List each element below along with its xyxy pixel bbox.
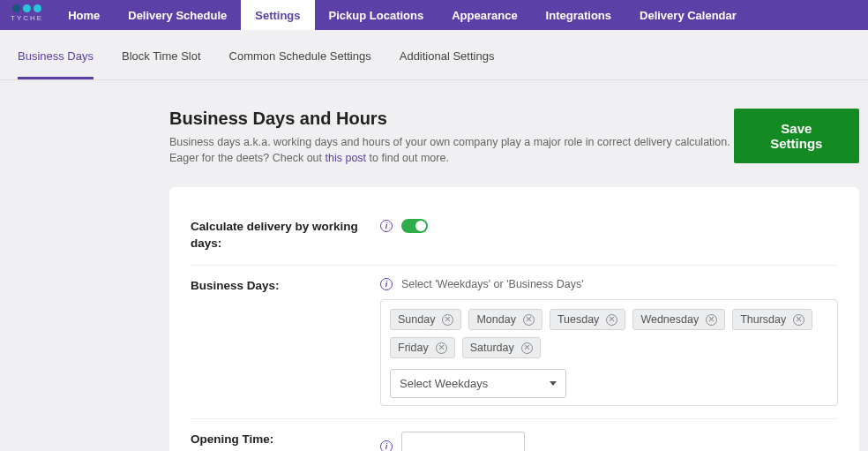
remove-icon[interactable] xyxy=(606,314,617,326)
day-chips: Sunday Monday Tuesday Wednesday Thursday… xyxy=(390,309,828,358)
nav-delivery-calendar[interactable]: Delivery Calendar xyxy=(625,0,751,30)
nav-integrations[interactable]: Integrations xyxy=(532,0,625,30)
day-chip-wednesday[interactable]: Wednesday xyxy=(632,309,725,330)
settings-subtabs: Business Days Block Time Slot Common Sch… xyxy=(0,30,868,80)
subtab-common-schedule[interactable]: Common Schedule Settings xyxy=(229,49,371,79)
business-days-box: Sunday Monday Tuesday Wednesday Thursday… xyxy=(380,299,838,406)
save-settings-button[interactable]: Save Settings xyxy=(734,109,859,163)
business-days-helper: Select 'Weekdays' or 'Business Days' xyxy=(401,278,584,290)
day-chip-sunday[interactable]: Sunday xyxy=(390,309,461,330)
nav-settings[interactable]: Settings xyxy=(241,0,314,30)
remove-icon[interactable] xyxy=(436,342,447,354)
field-opening-time: Opening Time: xyxy=(191,419,838,451)
subtab-block-time-slot[interactable]: Block Time Slot xyxy=(122,49,201,79)
info-icon[interactable] xyxy=(380,220,393,232)
subtab-additional-settings[interactable]: Additional Settings xyxy=(400,49,495,79)
remove-icon[interactable] xyxy=(706,314,717,326)
info-icon[interactable] xyxy=(380,440,393,451)
nav-home[interactable]: Home xyxy=(54,0,114,30)
day-chip-saturday[interactable]: Saturday xyxy=(462,337,541,358)
day-chip-friday[interactable]: Friday xyxy=(390,337,455,358)
settings-card: Calculate delivery by working days: Busi… xyxy=(169,187,859,451)
learn-more-link[interactable]: this post xyxy=(326,152,367,164)
field-label: Calculate delivery by working days: xyxy=(191,219,380,252)
remove-icon[interactable] xyxy=(523,314,535,326)
chevron-down-icon xyxy=(550,381,557,386)
top-nav: TYCHE Home Delivery Schedule Settings Pi… xyxy=(0,0,868,30)
brand-name: TYCHE xyxy=(11,14,43,22)
weekdays-select[interactable]: Select Weekdays xyxy=(390,369,566,398)
field-label: Business Days: xyxy=(191,278,380,406)
nav-appearance[interactable]: Appearance xyxy=(438,0,531,30)
page-title: Business Days and Hours xyxy=(169,109,734,129)
remove-icon[interactable] xyxy=(442,314,453,326)
logo-dots-icon xyxy=(12,4,41,12)
info-icon[interactable] xyxy=(380,278,393,290)
day-chip-monday[interactable]: Monday xyxy=(468,309,542,330)
subtab-business-days[interactable]: Business Days xyxy=(18,49,94,79)
nav-delivery-schedule[interactable]: Delivery Schedule xyxy=(114,0,241,30)
remove-icon[interactable] xyxy=(521,342,533,354)
field-business-days: Business Days: Select 'Weekdays' or 'Bus… xyxy=(191,266,838,419)
working-days-toggle[interactable] xyxy=(401,219,428,233)
field-calculate-by-working-days: Calculate delivery by working days: xyxy=(191,207,838,266)
field-label: Opening Time: xyxy=(191,432,380,451)
nav-pickup-locations[interactable]: Pickup Locations xyxy=(315,0,438,30)
day-chip-thursday[interactable]: Thursday xyxy=(732,309,812,330)
page-description: Business days a.k.a. working days and ho… xyxy=(169,134,734,166)
day-chip-tuesday[interactable]: Tuesday xyxy=(550,309,625,330)
opening-time-input[interactable] xyxy=(401,432,525,451)
remove-icon[interactable] xyxy=(793,314,804,326)
page-header: Business Days and Hours Business days a.… xyxy=(0,80,868,166)
brand-logo: TYCHE xyxy=(0,0,54,30)
